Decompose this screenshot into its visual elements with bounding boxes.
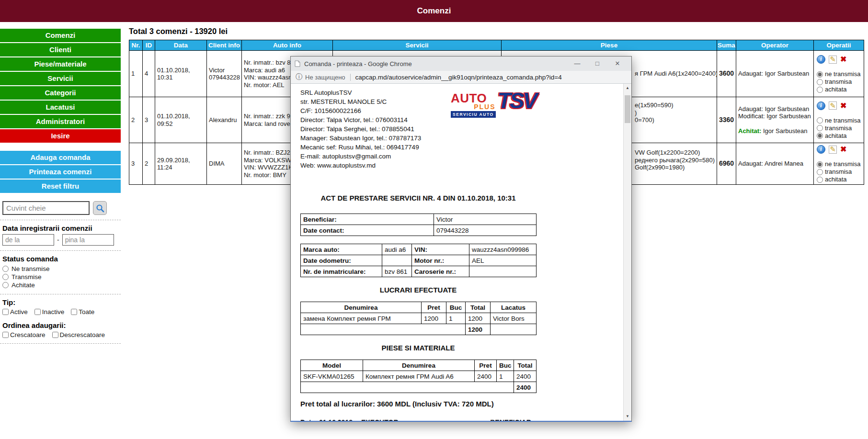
popup-address-bar[interactable]: ⓘ Не защищено capcap.md/autoservice/admi… [291, 71, 631, 84]
header-cell: Buc [446, 302, 466, 313]
row-status-radio[interactable] [817, 133, 823, 139]
search-input[interactable] [2, 201, 90, 215]
cell-client: Victor 079443228 [207, 51, 242, 97]
type-option-toate[interactable]: Toate [71, 308, 94, 315]
lucrari-title: LUCRARI EFECTUATE [300, 286, 536, 294]
edit-icon[interactable]: ✎ [829, 56, 837, 64]
sidebar-item-piese-materiale[interactable]: Piese/materiale [0, 57, 121, 71]
status-radio[interactable] [2, 274, 9, 280]
scroll-up-icon[interactable]: ▲ [624, 84, 631, 92]
sidebar-item-administratori[interactable]: Administratori [0, 115, 121, 128]
search-button[interactable] [93, 201, 107, 215]
maximize-icon[interactable]: □ [587, 56, 607, 71]
row-status-radio[interactable] [817, 87, 823, 93]
delete-icon[interactable]: ✖ [840, 56, 846, 63]
row-status-transmisa[interactable]: transmisa [817, 168, 864, 176]
type-option-active[interactable]: Active [2, 308, 28, 315]
status-option-transmise[interactable]: Transmise [2, 273, 121, 281]
row-status-radio[interactable] [817, 79, 823, 85]
row-status-ne-transmisa[interactable]: ne transmisa [817, 160, 864, 168]
app-header: Comenzi [0, 0, 868, 22]
reset-filter-button[interactable]: Reset filtru [0, 180, 121, 193]
beneficiar-table: Beneficiar: Victor Date contact: 0794432… [300, 214, 537, 236]
row-status-radio[interactable] [817, 71, 823, 78]
total-cell: 1200 [466, 324, 491, 335]
delete-icon[interactable]: ✖ [840, 146, 846, 153]
cell-client: DIMA [207, 143, 242, 185]
date-to-input[interactable] [62, 234, 114, 246]
label-cell: Nr. de inmatriculare: [301, 266, 382, 277]
value-cell: 1200 [466, 313, 491, 324]
info-icon[interactable]: i [817, 145, 825, 154]
cell-id: 3 [143, 97, 155, 143]
sidebar-item-servicii[interactable]: Servicii [0, 72, 121, 85]
type-option-inactive[interactable]: Inactive [34, 308, 65, 315]
row-status-ne-transmisa[interactable]: ne transmisa [817, 117, 864, 124]
status-option-ne-transmise[interactable]: Ne transmise [2, 265, 121, 273]
total-cell: 2400 [514, 382, 537, 393]
close-icon[interactable]: ✕ [607, 56, 628, 71]
edit-icon[interactable]: ✎ [829, 101, 837, 110]
type-checkbox[interactable] [34, 309, 41, 315]
col-auto-info: Auto info [242, 40, 333, 51]
col-nr: Nr. [129, 40, 143, 51]
row-status-transmisa[interactable]: transmisa [817, 78, 864, 86]
value-cell: Victor Bors [491, 313, 537, 324]
divider [0, 220, 121, 220]
value-cell: 1 [446, 313, 466, 324]
row-status-radio[interactable] [817, 177, 823, 183]
cell-data: 29.09.2018, 11:24 [155, 143, 207, 185]
status-radio[interactable] [2, 282, 9, 288]
row-status-transmisa[interactable]: transmisa [817, 124, 864, 132]
header-cell: Pret [475, 360, 497, 371]
value-cell: Victor [434, 214, 537, 225]
label-cell: Date odometru: [301, 255, 382, 266]
order-checkbox[interactable] [52, 332, 58, 338]
order-option-crescatoare[interactable]: Crescatoare [2, 331, 46, 338]
sidebar-item-comenzi[interactable]: Comenzi [0, 29, 121, 42]
value-cell: audi a6 [382, 244, 412, 255]
delete-icon[interactable]: ✖ [840, 102, 846, 110]
scroll-down-icon[interactable]: ▼ [624, 413, 631, 420]
type-checkbox[interactable] [2, 309, 9, 315]
status-filter-label: Status comanda [2, 255, 121, 263]
info-icon[interactable]: i [817, 55, 825, 64]
value-cell [382, 255, 412, 266]
cell-id: 4 [143, 51, 155, 97]
add-order-button[interactable]: Adauga comanda [0, 151, 121, 164]
value-cell: 1200 [422, 313, 446, 324]
status-option-achitate[interactable]: Achitate [2, 281, 121, 289]
label-cell: Beneficiar: [301, 214, 434, 225]
sidebar-item-clienti[interactable]: Clienti [0, 43, 121, 56]
value-cell: wauzzz4asn099986 [469, 244, 537, 255]
date-from-input[interactable] [2, 234, 54, 246]
cell-operatii: i ✎ ✖ ne transmisa transmisa ach [814, 143, 864, 185]
minimize-icon[interactable]: — [567, 56, 587, 71]
cell-id: 2 [143, 143, 155, 185]
popup-title-bar[interactable]: Comanda - printeaza - Google Chrome — □ … [291, 56, 631, 71]
row-status-radio[interactable] [817, 125, 823, 131]
not-secure-icon[interactable]: ⓘ [296, 73, 302, 81]
sidebar-item-iesire[interactable]: Iesire [0, 129, 121, 143]
type-checkbox[interactable] [71, 309, 77, 315]
order-option-descrescatoare[interactable]: Descrescatoare [52, 331, 105, 338]
cell-operatii: i ✎ ✖ ne transmisa transmisa ach [814, 51, 864, 97]
sidebar-item-lacatusi[interactable]: Lacatusi [0, 101, 121, 114]
print-orders-button[interactable]: Printeaza comenzi [0, 165, 121, 179]
logo-plus-text: PLUS [451, 103, 495, 110]
popup-scrollbar[interactable]: ▲ ▼ [623, 84, 631, 421]
row-status-achitata[interactable]: achitata [817, 86, 864, 93]
order-checkbox[interactable] [2, 332, 9, 338]
url-text[interactable]: capcap.md/autoservice/admin__gik91oqn/pr… [355, 74, 562, 81]
row-status-radio[interactable] [817, 169, 823, 175]
status-radio[interactable] [2, 266, 9, 272]
row-status-ne-transmisa[interactable]: ne transmisa [817, 70, 864, 78]
sidebar-item-categorii[interactable]: Categorii [0, 86, 121, 100]
row-status-achitata[interactable]: achitata [817, 176, 864, 183]
row-status-radio[interactable] [817, 161, 823, 168]
row-status-achitata[interactable]: achitata [817, 132, 864, 140]
info-icon[interactable]: i [817, 101, 825, 110]
row-status-radio[interactable] [817, 117, 823, 124]
scrollbar-thumb[interactable] [625, 95, 630, 123]
edit-icon[interactable]: ✎ [829, 146, 837, 154]
